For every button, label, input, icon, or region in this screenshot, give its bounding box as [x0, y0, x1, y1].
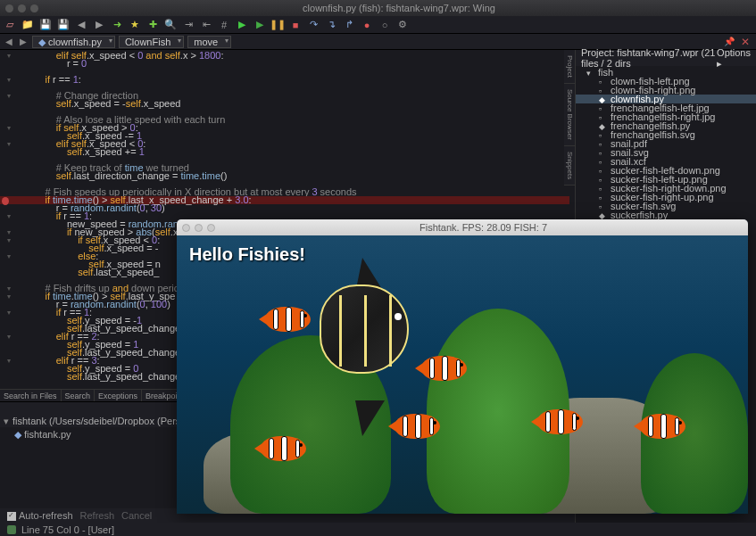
- gutter-row[interactable]: [0, 188, 18, 196]
- gutter-row[interactable]: [0, 204, 18, 212]
- gutter-row[interactable]: [0, 365, 18, 373]
- pin-icon[interactable]: 📌: [724, 37, 735, 46]
- tree-item[interactable]: ▫snail.pdf: [576, 139, 756, 148]
- method-dropdown[interactable]: move: [187, 36, 231, 48]
- gutter-row[interactable]: ▾: [0, 76, 18, 84]
- bottom-tab[interactable]: Search in Files: [0, 390, 62, 401]
- collapse-icon[interactable]: ▾: [4, 416, 9, 426]
- gutter-row[interactable]: [0, 68, 18, 76]
- game-min-dot[interactable]: [195, 224, 203, 232]
- gutter-row[interactable]: [0, 373, 18, 381]
- gutter-row[interactable]: ▾: [0, 252, 18, 260]
- side-tab[interactable]: Snippets: [564, 146, 575, 186]
- code-line[interactable]: [23, 68, 569, 76]
- gutter-row[interactable]: [0, 116, 18, 124]
- class-dropdown[interactable]: ClownFish: [119, 36, 184, 48]
- gutter-row[interactable]: [0, 100, 18, 108]
- debug-continue-icon[interactable]: ▶: [253, 19, 266, 31]
- status-indicator-icon[interactable]: [7, 525, 16, 534]
- breakpoint-icon[interactable]: ●: [361, 19, 373, 31]
- debug-run-icon[interactable]: ▶: [236, 19, 248, 31]
- gutter-row[interactable]: ▾: [0, 333, 18, 341]
- code-line[interactable]: self.last_direction_change = time.time(): [23, 172, 569, 180]
- code-line[interactable]: r = random.randint(0, 30): [23, 204, 569, 212]
- gutter-row[interactable]: [0, 156, 18, 164]
- gutter-row[interactable]: [0, 108, 18, 116]
- code-line[interactable]: elif self.x_speed < 0 and self.x > 1800:: [23, 52, 569, 60]
- file-dropdown[interactable]: ◆clownfish.py: [32, 36, 115, 48]
- side-tab[interactable]: Source Browser: [564, 84, 575, 146]
- gutter-row[interactable]: [0, 276, 18, 284]
- gutter-row[interactable]: [0, 268, 18, 276]
- cancel-button[interactable]: Cancel: [121, 510, 152, 521]
- bottom-tab[interactable]: Search: [62, 390, 96, 401]
- tree-item[interactable]: ▫clown-fish-right.png: [576, 86, 756, 95]
- goto-def-icon[interactable]: ➜: [111, 19, 123, 31]
- gutter-row[interactable]: [0, 317, 18, 325]
- zoom-dot[interactable]: [30, 4, 38, 12]
- step-into-icon[interactable]: ↴: [325, 19, 337, 31]
- gutter-row[interactable]: [0, 349, 18, 357]
- step-out-icon[interactable]: ↱: [343, 19, 355, 31]
- min-dot[interactable]: [18, 4, 26, 12]
- settings-icon[interactable]: ⚙: [396, 19, 409, 31]
- gutter-row[interactable]: [0, 164, 18, 172]
- nav-back-icon[interactable]: ◀: [4, 37, 14, 46]
- tree-item[interactable]: ▫snail.svg: [576, 148, 756, 157]
- auto-refresh-checkbox[interactable]: Auto-refresh: [7, 510, 73, 521]
- bottom-tab[interactable]: Exceptions: [95, 390, 142, 401]
- side-tab[interactable]: Project: [564, 50, 575, 84]
- gutter-row[interactable]: ▾: [0, 52, 18, 60]
- project-options-button[interactable]: Options ▸: [717, 47, 751, 70]
- gutter-row[interactable]: ▾: [0, 228, 18, 236]
- star-icon[interactable]: ★: [129, 19, 141, 31]
- gutter-row[interactable]: ▾: [0, 357, 18, 365]
- gutter-row[interactable]: ▾: [0, 309, 18, 317]
- debug-stack-item[interactable]: fishtank.py: [24, 429, 71, 440]
- tree-item[interactable]: ▫frenchangelfish.svg: [576, 130, 756, 139]
- game-zoom-dot[interactable]: [207, 224, 215, 232]
- code-line[interactable]: self.x_speed = -self.x_speed: [23, 100, 569, 108]
- debug-stop-icon[interactable]: ■: [289, 19, 302, 31]
- debug-pause-icon[interactable]: ❚❚: [271, 19, 284, 31]
- gutter-row[interactable]: ▾: [0, 140, 18, 148]
- forward-icon[interactable]: ▶: [93, 19, 105, 31]
- gutter-row[interactable]: ▾: [0, 284, 18, 293]
- tree-item[interactable]: ◆suckerfish.py: [576, 210, 756, 219]
- gutter-row[interactable]: [0, 180, 18, 188]
- game-close-dot[interactable]: [182, 224, 190, 232]
- gutter-row[interactable]: ▾: [0, 236, 18, 244]
- open-folder-icon[interactable]: 📁: [21, 19, 34, 31]
- gutter-row[interactable]: [0, 325, 18, 333]
- gutter-row[interactable]: [0, 244, 18, 252]
- code-line[interactable]: if time.time() > self.last_x_speed_chang…: [0, 196, 569, 204]
- refresh-button[interactable]: Refresh: [80, 510, 115, 521]
- gutter-row[interactable]: ▾: [0, 293, 18, 301]
- gutter-row[interactable]: [0, 172, 18, 180]
- gutter-row[interactable]: [0, 301, 18, 309]
- code-line[interactable]: r = 0: [23, 60, 569, 68]
- gutter-row[interactable]: [0, 148, 18, 156]
- gutter-row[interactable]: ▾: [0, 124, 18, 132]
- close-tab-icon[interactable]: ✕: [738, 36, 752, 48]
- indent-icon[interactable]: ⇥: [182, 19, 195, 31]
- back-icon[interactable]: ◀: [75, 19, 87, 31]
- gutter-row[interactable]: ▾: [0, 212, 18, 220]
- gutter-row[interactable]: [0, 60, 18, 68]
- gutter-row[interactable]: [0, 84, 18, 92]
- outdent-icon[interactable]: ⇤: [200, 19, 212, 31]
- gutter-row[interactable]: ▾: [0, 92, 18, 100]
- comment-icon[interactable]: #: [218, 19, 230, 31]
- code-line[interactable]: self.x_speed += 1: [23, 148, 569, 156]
- search-icon[interactable]: 🔍: [164, 19, 177, 31]
- save-icon[interactable]: 💾: [39, 19, 52, 31]
- new-file-icon[interactable]: ▱: [4, 19, 16, 31]
- step-over-icon[interactable]: ↷: [307, 19, 320, 31]
- code-line[interactable]: if r == 1:: [23, 76, 569, 84]
- breakpoint-marker-icon[interactable]: [2, 197, 9, 205]
- nav-fwd-icon[interactable]: ▶: [18, 37, 29, 46]
- gutter-row[interactable]: [0, 260, 18, 268]
- gutter-row[interactable]: [0, 220, 18, 228]
- gutter-row[interactable]: [0, 341, 18, 349]
- gutter-row[interactable]: [0, 132, 18, 140]
